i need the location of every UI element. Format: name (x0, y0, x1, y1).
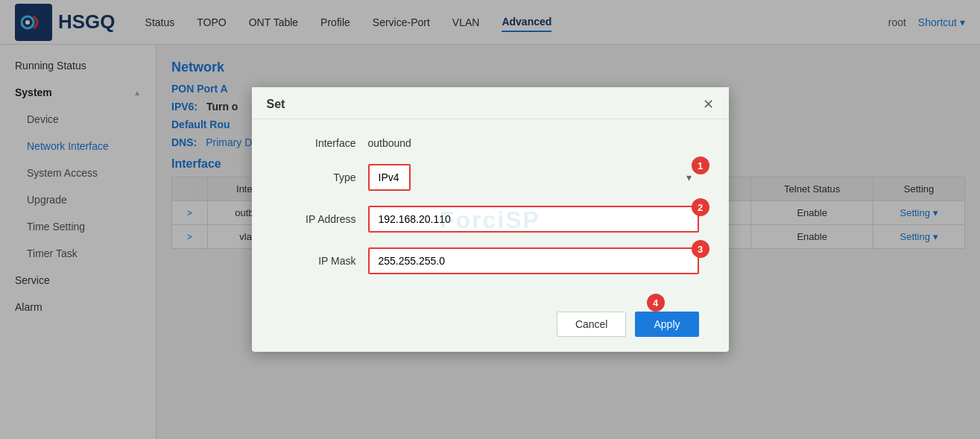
step-badge-3: 3 (692, 240, 709, 258)
dialog-header: Set ✕ (252, 87, 729, 119)
apply-button[interactable]: Apply (635, 312, 698, 337)
ip-address-label: IP Address (282, 213, 356, 225)
type-select-wrapper: IPv4 IPv6 (368, 164, 699, 191)
modal-overlay: Set ✕ Interface outbound Type IPv4 IPv6 … (0, 0, 980, 439)
form-row-interface: Interface outbound (282, 137, 699, 149)
form-row-ip-address: IP Address 2 (282, 206, 699, 233)
cancel-button[interactable]: Cancel (557, 312, 627, 337)
form-row-ip-mask: IP Mask 3 (282, 247, 699, 274)
dialog-close-button[interactable]: ✕ (703, 98, 714, 111)
step-badge-1: 1 (692, 157, 709, 174)
type-select[interactable]: IPv4 IPv6 (368, 164, 411, 191)
type-label: Type (282, 171, 356, 183)
form-row-type: Type IPv4 IPv6 1 (282, 164, 699, 191)
interface-label: Interface (282, 137, 356, 149)
dialog-title: Set (267, 98, 285, 111)
step-badge-4: 4 (647, 294, 665, 312)
interface-value: outbound (368, 137, 411, 149)
set-dialog: Set ✕ Interface outbound Type IPv4 IPv6 … (252, 87, 729, 352)
dialog-footer: 4 Cancel Apply (252, 304, 729, 352)
ip-mask-input[interactable] (368, 247, 699, 274)
ip-address-input[interactable] (368, 206, 699, 233)
ip-mask-label: IP Mask (282, 255, 356, 267)
dialog-body: Interface outbound Type IPv4 IPv6 1 IP A (252, 119, 729, 304)
step-badge-2: 2 (692, 198, 709, 216)
